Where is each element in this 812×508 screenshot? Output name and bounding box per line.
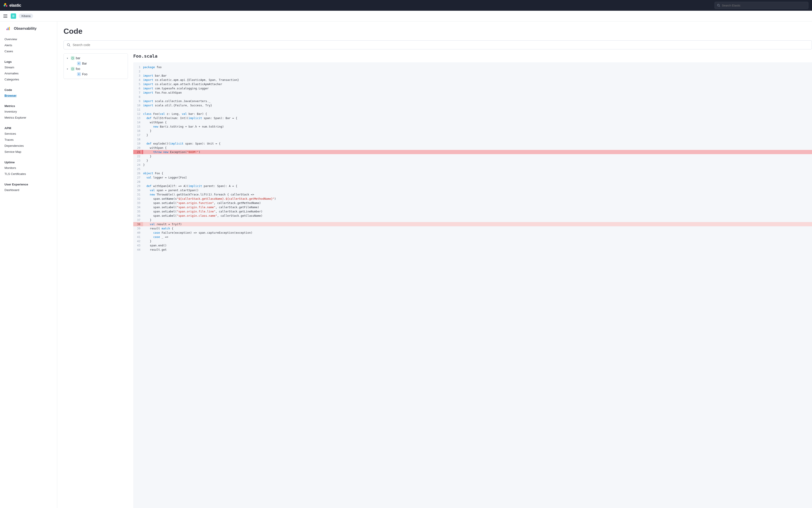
code-line: 16 } — [133, 129, 812, 133]
brand-logo[interactable]: elastic — [4, 3, 21, 8]
line-content: } — [143, 239, 156, 243]
sidebar-item-traces[interactable]: Traces — [0, 137, 57, 143]
sidebar-heading-logs: Logs — [0, 58, 57, 64]
sidebar-item-categories[interactable]: Categories — [0, 76, 57, 82]
search-icon — [67, 43, 70, 47]
line-number: 28 — [133, 180, 143, 184]
code-line: 14 withSpan { — [133, 120, 812, 124]
line-number: 34 — [133, 205, 143, 209]
code-line: 21 throw new Exception("BOOM!") — [133, 150, 812, 154]
observability-icon — [5, 26, 11, 31]
sidebar-item-cases[interactable]: Cases — [0, 48, 57, 54]
line-content: val span = parent.startSpan() — [143, 188, 203, 192]
line-number: 35 — [133, 209, 143, 214]
code-viewer[interactable]: 1package foo23import bar.Bar4import co.e… — [133, 62, 812, 508]
sidebar-item-browser[interactable]: Browser — [0, 92, 57, 98]
code-line: 29 def withSpan[A](f: => A)(implicit par… — [133, 184, 812, 188]
line-content: withSpan { — [143, 146, 171, 150]
sidebar-item-metrics-explorer[interactable]: Metrics Explorer — [0, 115, 57, 121]
line-content: object Foo { — [143, 171, 168, 175]
code-line: 8 — [133, 95, 812, 99]
class-icon: C — [77, 62, 81, 65]
line-number: 32 — [133, 197, 143, 201]
code-line: 40 case Failure(exception) => span.captu… — [133, 230, 812, 235]
line-content: def withSpan[A](f: => A)(implicit parent… — [143, 184, 242, 188]
tree-package-foo[interactable]: ▾◯foo — [65, 66, 126, 72]
line-number: 12 — [133, 112, 143, 116]
sidebar-heading-metrics: Metrics — [0, 102, 57, 109]
code-line: 15 new Bar(z.toString + bar.h + num.toSt… — [133, 124, 812, 129]
sidebar-item-dashboard[interactable]: Dashboard — [0, 187, 57, 193]
code-line: 22 } — [133, 154, 812, 158]
tree-package-bar[interactable]: ▾◯bar — [65, 55, 126, 61]
code-line: 11 — [133, 108, 812, 112]
line-content: } — [143, 163, 149, 167]
code-search-input[interactable] — [73, 43, 809, 47]
code-line: 36 span.setLabel("span.origin.class.name… — [133, 214, 812, 218]
sidebar-item-service-map[interactable]: Service Map — [0, 149, 57, 155]
code-line: 3import bar.Bar — [133, 74, 812, 78]
line-number: 26 — [133, 171, 143, 175]
code-line: 18 — [133, 137, 812, 141]
code-line: 32 span.setName(s"${callerStack.getClass… — [133, 197, 812, 201]
nav-toggle-icon[interactable] — [3, 13, 8, 19]
code-line: 35 span.setLabel("span.origin.file.line"… — [133, 209, 812, 214]
code-line: 7import foo.Foo.withSpan — [133, 90, 812, 95]
line-number: 20 — [133, 146, 143, 150]
sidebar-item-alerts[interactable]: Alerts — [0, 42, 57, 48]
svg-line-6 — [69, 46, 70, 46]
code-line: 23 } — [133, 158, 812, 163]
line-content: span.end() — [143, 243, 171, 248]
code-line: 44 result.get — [133, 248, 812, 252]
code-line: 12class Foo(val z: Long, val bar: Bar) { — [133, 112, 812, 116]
code-line: 6import com.typesafe.scalalogging.Logger — [133, 86, 812, 90]
svg-point-0 — [718, 4, 720, 6]
sidebar-heading-user-experience: User Experience — [0, 181, 57, 187]
line-number: 23 — [133, 158, 143, 163]
code-line: 9import scala.collection.JavaConverters.… — [133, 99, 812, 103]
line-content: span.setLabel("span.origin.file.line", c… — [143, 209, 267, 214]
global-search[interactable] — [714, 2, 808, 9]
sidebar-item-inventory[interactable]: Inventory — [0, 109, 57, 115]
line-number: 29 — [133, 184, 143, 188]
svg-rect-3 — [8, 28, 9, 30]
search-icon — [717, 4, 720, 7]
code-line: 27 val logger = Logger[Foo] — [133, 175, 812, 180]
line-number: 36 — [133, 214, 143, 218]
sidebar-item-services[interactable]: Services — [0, 131, 57, 137]
brand-text: elastic — [9, 3, 21, 8]
line-number: 18 — [133, 137, 143, 141]
sidebar-item-dependencies[interactable]: Dependencies — [0, 143, 57, 149]
sidebar: Observability OverviewAlertsCasesLogsStr… — [0, 22, 57, 508]
sidebar-item-stream[interactable]: Stream — [0, 64, 57, 70]
line-number: 1 — [133, 65, 143, 69]
line-content: span.setLabel("span.origin.class.name", … — [143, 214, 267, 218]
code-line: 26object Foo { — [133, 171, 812, 175]
line-content: package foo — [143, 65, 166, 69]
global-search-input[interactable] — [722, 4, 806, 7]
code-line: 34 span.setLabel("span.origin.file.name"… — [133, 205, 812, 209]
tree-class-Bar[interactable]: CBar — [65, 61, 126, 66]
line-content — [143, 137, 148, 141]
line-number: 37 — [133, 218, 143, 222]
breadcrumb[interactable]: Kibana — [19, 14, 33, 18]
space-avatar[interactable]: D — [11, 13, 16, 19]
code-line: 19 def explode()(implicit span: Span): U… — [133, 141, 812, 146]
sidebar-item-overview[interactable]: Overview — [0, 36, 57, 42]
code-line: 1package foo — [133, 65, 812, 69]
sidebar-heading-code: Code — [0, 86, 57, 92]
line-number: 30 — [133, 188, 143, 192]
line-number: 25 — [133, 167, 143, 171]
code-line: 24} — [133, 163, 812, 167]
line-content: def fullStrFoo(num: Int)(implicit span: … — [143, 116, 242, 120]
tree-class-Foo[interactable]: CFoo — [65, 72, 126, 77]
code-search[interactable] — [64, 40, 812, 49]
tree-label: Bar — [82, 62, 87, 65]
sidebar-item-anomalies[interactable]: Anomalies — [0, 70, 57, 76]
tree-label: foo — [76, 67, 80, 71]
sidebar-item-tls-certificates[interactable]: TLS Certificates — [0, 171, 57, 177]
line-number: 43 — [133, 243, 143, 248]
sidebar-item-monitors[interactable]: Monitors — [0, 165, 57, 171]
line-number: 6 — [133, 86, 143, 90]
file-view: Foo.scala 1package foo23import bar.Bar4i… — [133, 53, 812, 508]
